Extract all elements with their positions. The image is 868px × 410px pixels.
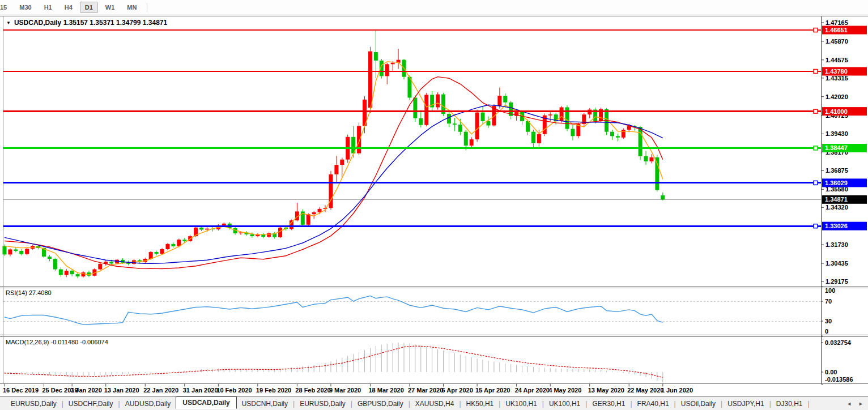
tab-scroll-right-icon[interactable]: ► bbox=[858, 401, 863, 407]
chart-tab-fra40-h1[interactable]: FRA40,H1 bbox=[632, 399, 674, 409]
date-axis-label: 6 Apr 2020 bbox=[442, 387, 473, 394]
candle-body bbox=[470, 139, 474, 146]
candle-body bbox=[419, 118, 423, 125]
candle-body bbox=[503, 96, 507, 103]
level-price-tag: 1.33026 bbox=[825, 223, 848, 229]
toolbar-separator bbox=[147, 3, 147, 12]
macd-indicator-label: MACD(12,26,9) -0.011480 -0.006074 bbox=[6, 339, 108, 345]
chart-title: ▼ USDCAD,Daily 1.35157 1.35371 1.34799 1… bbox=[6, 19, 167, 27]
timeframe-button-h1[interactable]: H1 bbox=[39, 2, 57, 13]
candle-body bbox=[82, 272, 86, 276]
chart-tab-usdjpy-h1[interactable]: USDJPY,H1 bbox=[722, 399, 769, 409]
rsi-panel-area[interactable] bbox=[3, 288, 821, 335]
chart-tab-eurusd-daily[interactable]: EURUSD,Daily bbox=[295, 399, 351, 409]
date-axis-label: 4 May 2020 bbox=[548, 387, 581, 394]
candle-body bbox=[65, 271, 69, 275]
candle-body bbox=[59, 270, 63, 275]
candle-body bbox=[250, 234, 254, 236]
chart-tab-eurusd-daily[interactable]: EURUSD,Daily bbox=[6, 399, 62, 409]
candle-body bbox=[48, 257, 52, 259]
candle-body bbox=[497, 96, 501, 106]
price-axis-label: 1.45870 bbox=[826, 38, 848, 45]
rsi-axis-label: 100 bbox=[825, 287, 835, 294]
candle-body bbox=[76, 274, 80, 276]
candle-body bbox=[149, 252, 153, 259]
timeframe-button-mn[interactable]: MN bbox=[122, 2, 142, 13]
line-handle[interactable] bbox=[814, 181, 818, 185]
chart-tab-dj30-h1[interactable]: DJ30,H1 bbox=[771, 399, 808, 409]
candle-body bbox=[155, 252, 159, 254]
chart-tab-gbpusd-daily[interactable]: GBPUSD,Daily bbox=[352, 399, 409, 409]
main-chart-area[interactable] bbox=[3, 16, 821, 286]
candle-body bbox=[571, 129, 575, 136]
chart-tab-bar: EURUSD,Daily|USDCHF,Daily|AUDUSD,DailyUS… bbox=[0, 396, 868, 410]
price-axis-label: 1.31730 bbox=[826, 241, 848, 248]
rsi-axis-label: 30 bbox=[825, 318, 832, 324]
macd-axis-label: 0.032754 bbox=[825, 339, 852, 346]
timeframe-button-m30[interactable]: M30 bbox=[14, 2, 36, 13]
timeframe-button-d1[interactable]: D1 bbox=[80, 2, 98, 13]
candle-body bbox=[374, 52, 378, 61]
candle-body bbox=[531, 132, 535, 143]
chart-tab-usdchf-daily[interactable]: USDCHF,Daily bbox=[63, 399, 118, 409]
candle-body bbox=[278, 228, 282, 237]
chart-tab-uk100-h1[interactable]: UK100,H1 bbox=[500, 399, 542, 409]
tab-scroll-left-icon[interactable]: ◄ bbox=[846, 401, 852, 407]
candle-body bbox=[109, 262, 113, 263]
candle-body bbox=[70, 271, 74, 274]
line-handle[interactable] bbox=[814, 224, 818, 228]
candle-body bbox=[25, 249, 29, 254]
candle-body bbox=[436, 95, 440, 108]
price-axis-label: 1.30435 bbox=[826, 260, 848, 267]
chart-symbol-label: USDCAD,Daily bbox=[14, 19, 61, 27]
timeframe-button-h4[interactable]: H4 bbox=[59, 2, 78, 13]
ohlc-close: 1.34871 bbox=[143, 19, 167, 27]
rsi-axis-label: 70 bbox=[825, 298, 832, 305]
level-price-tag: 1.43780 bbox=[825, 68, 848, 75]
chart-tab-audusd-daily[interactable]: AUDUSD,Daily bbox=[120, 399, 176, 409]
mt4-window: 15M30H1H4D1W1MN 1.471651.458701.445751.4… bbox=[0, 0, 868, 410]
date-axis-label: 22 May 2020 bbox=[627, 387, 663, 394]
candle-body bbox=[334, 165, 338, 174]
macd-panel-area[interactable] bbox=[3, 337, 821, 383]
candle-body bbox=[458, 125, 462, 132]
line-handle[interactable] bbox=[814, 109, 818, 113]
current-price-tag: 1.34871 bbox=[825, 196, 848, 203]
candle-body bbox=[14, 249, 18, 251]
candle-body bbox=[53, 259, 57, 270]
level-price-tag: 1.41000 bbox=[825, 108, 848, 115]
chart-tab-usoil-daily[interactable]: USOil,Daily bbox=[676, 399, 721, 409]
price-axis-label: 1.43315 bbox=[826, 75, 848, 82]
chart-tab-uk100-h1[interactable]: UK100,H1 bbox=[544, 399, 585, 409]
date-axis-label: 27 Mar 2020 bbox=[408, 387, 443, 394]
chart-tab-usdcnh-daily[interactable]: USDCNH,Daily bbox=[237, 399, 293, 409]
price-axis-label: 1.34320 bbox=[826, 204, 848, 211]
candle-body bbox=[475, 113, 479, 140]
candle-body bbox=[616, 136, 620, 138]
price-axis-label: 1.36875 bbox=[826, 167, 848, 174]
candle-body bbox=[171, 244, 175, 246]
date-axis-label: 19 Feb 2020 bbox=[256, 387, 291, 394]
chart-tab-ger30-h1[interactable]: GER30,H1 bbox=[587, 399, 630, 409]
chart-tab-xauusd-h4[interactable]: XAUUSD,H4 bbox=[410, 399, 459, 409]
price-axis-label: 1.44575 bbox=[826, 57, 848, 63]
price-axis-label: 1.39430 bbox=[826, 130, 848, 137]
timeframe-button-w1[interactable]: W1 bbox=[100, 2, 120, 13]
line-handle[interactable] bbox=[814, 69, 818, 73]
candle-body bbox=[655, 157, 659, 190]
price-axis-label: 1.42020 bbox=[826, 93, 848, 100]
candle-body bbox=[222, 224, 226, 225]
chart-tab-hk50-h1[interactable]: HK50,H1 bbox=[461, 399, 499, 409]
date-axis-label: 10 Feb 2020 bbox=[216, 387, 252, 394]
chart-dropdown-icon[interactable]: ▼ bbox=[6, 20, 11, 25]
line-handle[interactable] bbox=[814, 28, 818, 32]
chart-tab-usdcad-daily[interactable]: USDCAD,Daily bbox=[176, 396, 236, 409]
timeframe-button-15[interactable]: 15 bbox=[0, 2, 12, 13]
date-axis-label: 13 Jan 2020 bbox=[104, 387, 139, 394]
candle-body bbox=[307, 214, 310, 225]
date-axis-label: 28 Feb 2020 bbox=[295, 387, 330, 394]
candle-body bbox=[661, 195, 665, 199]
candle-body bbox=[447, 114, 451, 123]
candle-body bbox=[182, 240, 186, 241]
line-handle[interactable] bbox=[814, 146, 818, 150]
